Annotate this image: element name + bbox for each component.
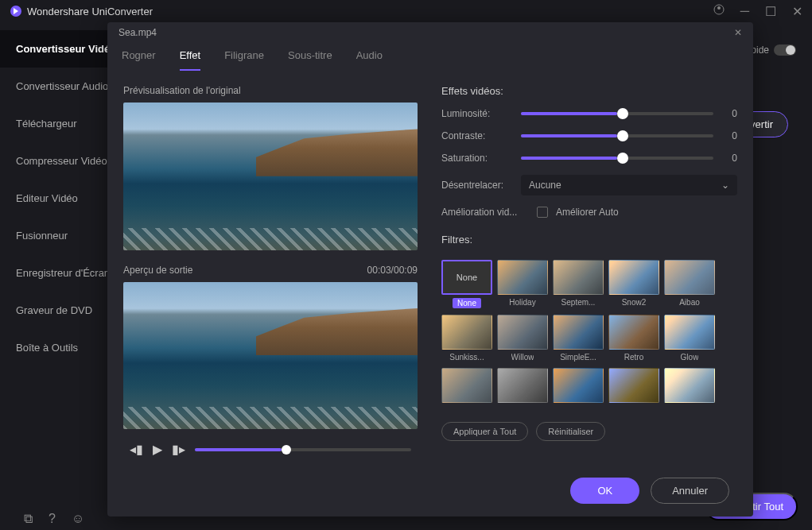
- brightness-label: Luminosité:: [441, 108, 513, 119]
- modal-close-icon[interactable]: ✕: [734, 27, 742, 38]
- modal-footer: OK Annuler: [107, 468, 753, 516]
- filter-willow[interactable]: Willow: [497, 315, 548, 362]
- deinterlace-label: Désentrelacer:: [441, 180, 513, 191]
- saturation-slider[interactable]: [521, 157, 713, 160]
- deinterlace-select[interactable]: Aucune ⌄: [521, 175, 737, 195]
- titlebar: Wondershare UniConverter ─ ☐ ✕: [0, 0, 812, 22]
- prev-frame-icon[interactable]: ◂▮: [130, 442, 143, 457]
- rapid-toggle[interactable]: [774, 44, 796, 56]
- output-preview: [123, 282, 418, 430]
- filter-item[interactable]: [608, 368, 659, 406]
- help-icon[interactable]: ?: [49, 512, 56, 526]
- modal-tabs: Rogner Effet Filigrane Sous-titre Audio: [107, 43, 753, 71]
- effect-modal: Sea.mp4 ✕ Rogner Effet Filigrane Sous-ti…: [107, 22, 753, 516]
- filter-item[interactable]: [553, 368, 604, 406]
- output-preview-header: Aperçu de sortie 00:03/00:09: [123, 265, 418, 276]
- preview-column: Prévisualisation de l'original Aperçu de…: [123, 85, 418, 460]
- enhance-label: Amélioration vid...: [441, 207, 529, 218]
- reset-button[interactable]: Réinitialiser: [536, 422, 605, 441]
- tab-effect[interactable]: Effet: [180, 49, 201, 71]
- filter-item[interactable]: [664, 368, 715, 406]
- brightness-slider[interactable]: [521, 112, 713, 115]
- tab-crop[interactable]: Rogner: [122, 49, 156, 71]
- player-controls: ◂▮ ▶ ▮▸: [123, 439, 418, 460]
- enhance-row: Amélioration vid... Améliorer Auto: [441, 207, 737, 218]
- deinterlace-value: Aucune: [529, 180, 561, 191]
- next-frame-icon[interactable]: ▮▸: [172, 442, 185, 457]
- maximize-icon[interactable]: ☐: [765, 4, 776, 19]
- filter-item[interactable]: [441, 368, 492, 406]
- filter-glow[interactable]: Glow: [664, 315, 715, 362]
- deinterlace-row: Désentrelacer: Aucune ⌄: [441, 175, 737, 195]
- filter-aibao[interactable]: Aibao: [664, 260, 715, 308]
- filter-holiday[interactable]: Holiday: [497, 260, 548, 308]
- filter-thumb-none: None: [441, 260, 492, 295]
- book-icon[interactable]: ⧉: [24, 512, 33, 526]
- original-preview-label: Prévisualisation de l'original: [123, 85, 418, 96]
- tab-audio[interactable]: Audio: [356, 49, 383, 71]
- brightness-row: Luminosité: 0: [441, 108, 737, 119]
- tab-watermark[interactable]: Filigrane: [224, 49, 264, 71]
- ok-button[interactable]: OK: [570, 478, 639, 504]
- filter-none[interactable]: None None: [441, 260, 492, 308]
- progress-bar[interactable]: [195, 448, 411, 451]
- svg-point-2: [717, 6, 721, 10]
- contrast-slider[interactable]: [521, 134, 713, 137]
- play-icon[interactable]: ▶: [153, 442, 162, 457]
- close-icon[interactable]: ✕: [792, 4, 802, 19]
- saturation-value: 0: [721, 153, 737, 164]
- enhance-auto-label: Améliorer Auto: [556, 207, 619, 218]
- filters-heading: Filtres:: [441, 234, 737, 246]
- modal-body: Prévisualisation de l'original Aperçu de…: [107, 71, 753, 468]
- user-icon[interactable]: [713, 4, 725, 19]
- filter-snow2[interactable]: Snow2: [608, 260, 659, 308]
- saturation-label: Saturation:: [441, 153, 513, 164]
- effects-column: Effets vidéos: Luminosité: 0 Contraste: …: [441, 85, 737, 460]
- brightness-value: 0: [721, 108, 737, 119]
- apply-all-button[interactable]: Appliquer à Tout: [441, 422, 528, 441]
- chevron-down-icon: ⌄: [721, 180, 729, 191]
- contrast-label: Contraste:: [441, 130, 513, 141]
- timecode: 00:03/00:09: [367, 265, 418, 276]
- filter-item[interactable]: [497, 368, 548, 406]
- output-preview-label: Aperçu de sortie: [123, 265, 192, 276]
- cancel-button[interactable]: Annuler: [651, 478, 729, 504]
- app-title: Wondershare UniConverter: [27, 6, 153, 17]
- minimize-icon[interactable]: ─: [740, 4, 749, 19]
- window-controls: ─ ☐ ✕: [713, 4, 802, 19]
- effects-heading: Effets vidéos:: [441, 85, 737, 97]
- filters-grid: None None Holiday Septem... Snow2 Aibao …: [441, 260, 737, 406]
- filter-september[interactable]: Septem...: [553, 260, 604, 308]
- enhance-checkbox[interactable]: [537, 207, 548, 218]
- filter-simplee[interactable]: SimpleE...: [553, 315, 604, 362]
- modal-filename: Sea.mp4: [118, 27, 157, 38]
- bottom-icons: ⧉ ? ☺: [0, 507, 108, 530]
- filter-retro[interactable]: Retro: [608, 315, 659, 362]
- modal-titlebar: Sea.mp4 ✕: [107, 22, 753, 43]
- contrast-value: 0: [721, 130, 737, 141]
- user-icon[interactable]: ☺: [72, 512, 84, 526]
- saturation-row: Saturation: 0: [441, 153, 737, 164]
- contrast-row: Contraste: 0: [441, 130, 737, 141]
- filter-sunkissed[interactable]: Sunkiss...: [441, 315, 492, 362]
- app-logo: Wondershare UniConverter: [10, 5, 713, 17]
- tab-subtitle[interactable]: Sous-titre: [288, 49, 332, 71]
- filter-actions: Appliquer à Tout Réinitialiser: [441, 422, 737, 441]
- original-preview: [123, 103, 418, 250]
